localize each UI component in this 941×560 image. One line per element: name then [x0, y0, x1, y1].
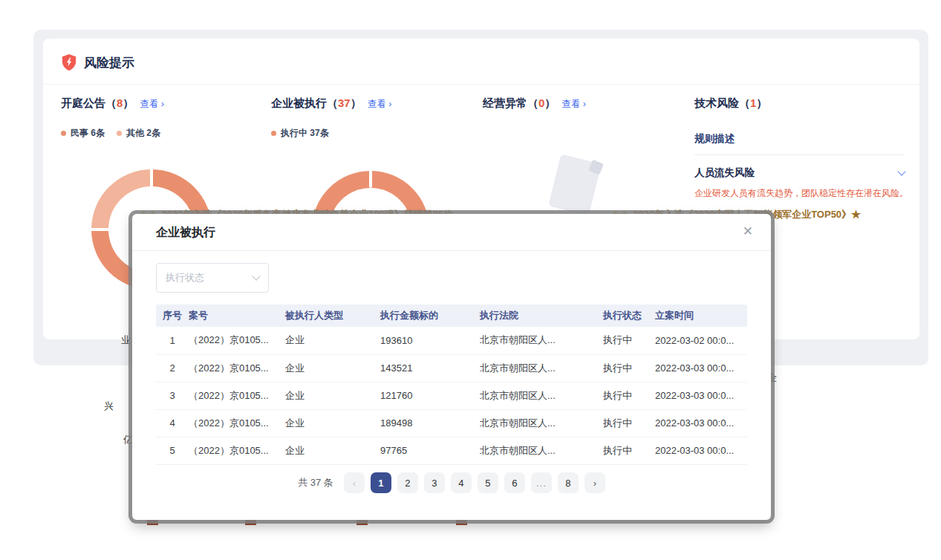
paren: （	[527, 97, 538, 111]
column-header: 执行法院	[480, 305, 603, 327]
cell-court: 北京市朝阳区人...	[480, 409, 603, 437]
chevron-down-icon[interactable]	[897, 167, 905, 175]
divider	[132, 250, 771, 251]
view-link[interactable]: 查看 ›	[561, 98, 586, 111]
cell-type: 企业	[285, 382, 380, 409]
paren: ）	[123, 97, 134, 111]
cell-status: 执行中	[603, 437, 655, 464]
section-title: 开庭公告	[61, 97, 105, 111]
column-header: 执行金额标的	[380, 305, 480, 327]
total-count-label: 共 37 条	[298, 476, 333, 489]
chevron-right-icon: ›	[388, 99, 391, 109]
page-button-5[interactable]: 5	[478, 472, 498, 493]
legend-item: 其他 2条	[117, 127, 160, 140]
header-divider	[43, 84, 919, 85]
table-row: 1 （2022）京0105... 企业 193610 北京市朝阳区人... 执行…	[156, 327, 747, 354]
view-link[interactable]: 查看 ›	[140, 98, 164, 111]
background-text-fragment: 兴	[104, 400, 114, 413]
divider	[694, 154, 905, 155]
column-header: 执行状态	[603, 305, 655, 327]
paren: （	[327, 97, 338, 111]
table-row: 3 （2022）京0105... 企业 121760 北京市朝阳区人... 执行…	[156, 382, 747, 409]
paren: ）	[544, 97, 556, 111]
legend-dot	[271, 131, 276, 136]
chevron-right-icon: ›	[161, 99, 164, 109]
cell-case-no: （2022）京0105...	[189, 437, 285, 464]
modal-title: 企业被执行	[156, 225, 215, 241]
next-page-button[interactable]: ›	[585, 472, 605, 493]
section-count: 1	[750, 97, 756, 109]
column-header: 序号	[156, 305, 189, 327]
prev-page-button[interactable]: ‹	[344, 472, 365, 493]
page-button-2[interactable]: 2	[397, 472, 418, 493]
cell-date: 2022-03-03 00:0...	[655, 354, 747, 382]
section-tech-risk: 技术风险（1） 规则描述 人员流失风险 企业研发人员有流失趋势，团队稳定性存在潜…	[694, 97, 905, 111]
background-text-fragment: 业	[121, 333, 131, 347]
cell-case-no: （2022）京0105...	[189, 327, 285, 354]
section-title: 企业被执行	[271, 97, 327, 111]
legend: 执行中 37条	[271, 127, 472, 140]
pagination: 共 37 条 ‹ 1 2 3 4 5 6 ... 8 ›	[132, 472, 771, 493]
enforcement-table: 序号 案号 被执行人类型 执行金额标的 执行法院 执行状态 立案时间 1 （20…	[156, 305, 747, 465]
section-abnormal-operation: 经营异常（0） 查看 ›	[483, 97, 683, 111]
cell-type: 企业	[285, 354, 380, 382]
cell-index: 2	[156, 354, 189, 382]
section-count: 37	[338, 97, 351, 109]
section-count: 8	[117, 97, 123, 109]
cell-date: 2022-03-03 00:0...	[655, 437, 747, 464]
cell-date: 2022-03-03 00:0...	[655, 409, 747, 437]
tech-risk-item-title: 人员流失风险	[694, 166, 755, 180]
paren: ）	[351, 97, 362, 111]
page-button-3[interactable]: 3	[424, 472, 445, 493]
cell-type: 企业	[285, 409, 380, 437]
enforcement-modal: 企业被执行 ✕ 执行状态 序号 案号 被执行人类型 执行金额标的 执行法院 执行…	[132, 214, 771, 520]
legend-dot	[117, 131, 122, 136]
select-placeholder: 执行状态	[166, 271, 204, 284]
cell-index: 3	[156, 382, 189, 409]
cell-case-no: （2022）京0105...	[189, 409, 285, 437]
cell-type: 企业	[285, 437, 380, 464]
cell-court: 北京市朝阳区人...	[480, 382, 603, 409]
more-pages-ellipsis[interactable]: ...	[531, 472, 552, 493]
cell-date: 2022-03-02 00:0...	[655, 327, 747, 354]
cell-type: 企业	[285, 327, 380, 354]
paren: （	[105, 97, 117, 111]
page-button-8[interactable]: 8	[558, 472, 579, 493]
section-title: 技术风险	[694, 97, 739, 111]
shield-bolt-icon	[61, 53, 77, 71]
section-count: 0	[538, 97, 544, 109]
cell-status: 执行中	[603, 409, 655, 437]
cell-amount: 121760	[380, 382, 480, 409]
legend-dot	[61, 131, 66, 136]
legend: 民事 6条 其他 2条	[61, 127, 261, 140]
page: 风险提示 开庭公告（8） 查看 › 民事 6条 其他 2条 企业被执行（37） …	[0, 0, 941, 560]
status-filter-select[interactable]: 执行状态	[156, 263, 269, 293]
cell-amount: 189498	[380, 409, 480, 437]
page-button-1[interactable]: 1	[371, 472, 391, 493]
legend-item: 执行中 37条	[271, 127, 329, 140]
tech-risk-description: 企业研发人员有流失趋势，团队稳定性存在潜在风险。	[694, 187, 911, 199]
paren: ）	[756, 97, 767, 111]
cell-case-no: （2022）京0105...	[189, 382, 285, 409]
cell-court: 北京市朝阳区人...	[480, 354, 603, 382]
cell-amount: 143521	[380, 354, 480, 382]
cell-case-no: （2022）京0105...	[189, 354, 285, 382]
view-link[interactable]: 查看 ›	[368, 98, 392, 111]
page-button-4[interactable]: 4	[451, 472, 472, 493]
table-header-row: 序号 案号 被执行人类型 执行金额标的 执行法院 执行状态 立案时间	[156, 305, 747, 327]
chevron-right-icon: ›	[583, 99, 586, 109]
cell-status: 执行中	[603, 354, 655, 382]
close-icon[interactable]: ✕	[743, 224, 753, 239]
cell-status: 执行中	[603, 382, 655, 409]
column-header: 被执行人类型	[285, 305, 380, 327]
column-header: 案号	[189, 305, 285, 327]
cell-amount: 97765	[380, 437, 480, 464]
cell-amount: 193610	[380, 327, 480, 354]
tech-risk-item[interactable]: 人员流失风险	[694, 166, 905, 180]
table-row: 4 （2022）京0105... 企业 189498 北京市朝阳区人... 执行…	[156, 409, 747, 437]
cell-court: 北京市朝阳区人...	[480, 327, 603, 354]
page-button-6[interactable]: 6	[504, 472, 525, 493]
cell-date: 2022-03-03 00:0...	[655, 382, 747, 409]
table-row: 5 （2022）京0105... 企业 97765 北京市朝阳区人... 执行中…	[156, 437, 747, 464]
page-title: 风险提示	[84, 54, 134, 71]
